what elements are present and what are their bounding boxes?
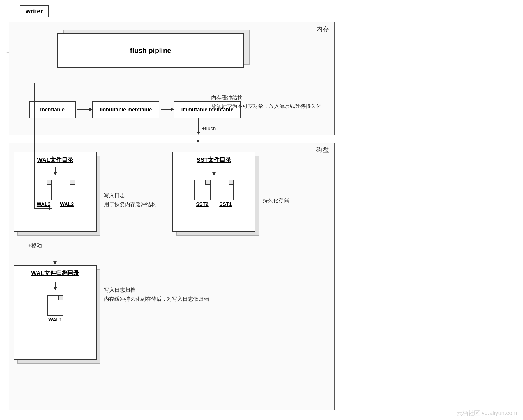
disk-region: 磁盘 WAL文件目录 WAL3 xyxy=(9,143,335,410)
wal3-label: WAL3 xyxy=(37,202,50,207)
wal-arch-arrow-down xyxy=(55,282,56,290)
memtable-box: memtable xyxy=(29,101,76,118)
memory-note-line2: 放满后变为不可变对象，放入流水线等待持久化 xyxy=(211,102,321,111)
wal-dir-arrow-down xyxy=(55,167,56,175)
sst-dir-arrow-down xyxy=(214,167,214,175)
wal-arch-title: WAL文件归档目录 xyxy=(14,266,96,277)
flush-pipeline-label: flush pipline xyxy=(130,47,171,55)
memory-note: 内存缓冲结构 放满后变为不可变对象，放入流水线等待持久化 xyxy=(211,94,321,111)
arrow-wal-to-arch xyxy=(55,233,55,264)
immutable1-box: immutable memtable xyxy=(92,101,159,118)
sst1-file: SST1 xyxy=(218,180,234,207)
disk-label: 磁盘 xyxy=(316,145,329,154)
flush-pipeline-container: flush pipline xyxy=(57,30,250,69)
wal-note: 写入日志 用于恢复内存缓冲结构 xyxy=(104,191,156,209)
wal-archive-box: WAL文件归档目录 WAL1 xyxy=(14,265,97,360)
flush-arrow xyxy=(198,136,198,143)
wal-arch-note: 写入日志归档 内存缓冲持久化到存储后，对写入日志做归档 xyxy=(104,286,209,303)
immutable1-label: immutable memtable xyxy=(100,107,152,113)
wal1-label: WAL1 xyxy=(48,317,62,323)
wal-files-row: WAL3 WAL2 xyxy=(14,180,96,207)
writer-box: writer xyxy=(20,5,49,17)
memory-note-line1: 内存缓冲结构 xyxy=(211,94,321,102)
main-canvas: writer +put、delete 内存 flush pipline memt… xyxy=(0,0,523,420)
arrow-imm1-imm2 xyxy=(161,109,174,110)
wal1-file: WAL1 xyxy=(47,295,63,323)
sst-dir-title: SST文件目录 xyxy=(173,152,255,164)
writer-label: writer xyxy=(26,8,43,15)
wal2-label: WAL2 xyxy=(60,202,74,207)
sst-note: 持久化存储 xyxy=(263,197,289,204)
memory-region: 内存 flush pipline memtable immutable memt… xyxy=(9,22,335,135)
sst2-icon xyxy=(194,180,211,200)
writer-left-line xyxy=(34,83,35,209)
wal1-icon xyxy=(47,295,63,316)
wal-dir-box: WAL文件目录 WAL3 xyxy=(14,152,97,232)
memtable-label: memtable xyxy=(40,107,65,113)
move-label: +移动 xyxy=(28,242,42,249)
wal-dir-title: WAL文件目录 xyxy=(14,152,96,164)
wal3-icon xyxy=(36,180,52,200)
wal-note-line1: 写入日志 xyxy=(104,191,156,200)
wal3-file: WAL3 xyxy=(36,180,52,207)
sst1-label: SST1 xyxy=(219,202,232,207)
sst2-label: SST2 xyxy=(196,202,209,207)
memory-label: 内存 xyxy=(316,25,329,33)
arrow-imm2-down xyxy=(198,118,199,134)
sst2-file: SST2 xyxy=(194,180,211,207)
sst1-icon xyxy=(218,180,234,200)
wal-arch-note-line2: 内存缓冲持久化到存储后，对写入日志做归档 xyxy=(104,295,209,304)
wal2-file: WAL2 xyxy=(59,180,75,207)
wal-note-line2: 用于恢复内存缓冲结构 xyxy=(104,200,156,209)
wal-arch-note-line1: 写入日志归档 xyxy=(104,286,209,295)
sst-dir-box: SST文件目录 SST2 xyxy=(172,152,255,232)
sst-files-row: SST2 SST1 xyxy=(173,180,255,207)
writer-wal-horizontal xyxy=(34,208,52,209)
watermark: 云栖社区 yq.aliyun.com xyxy=(457,409,517,417)
flush-label: +flush xyxy=(202,126,216,132)
wal1-file-row: WAL1 xyxy=(14,295,96,323)
wal2-icon xyxy=(59,180,75,200)
arrow-memtable-imm1 xyxy=(77,109,92,110)
flush-pipeline-main: flush pipline xyxy=(57,33,244,68)
